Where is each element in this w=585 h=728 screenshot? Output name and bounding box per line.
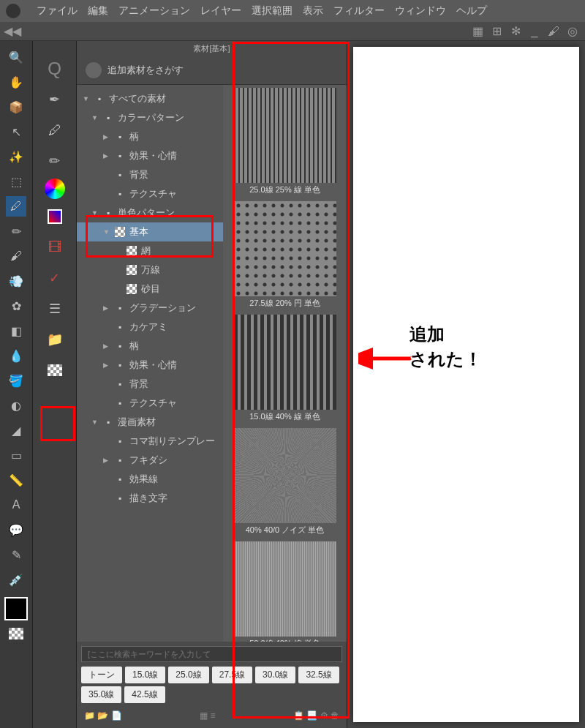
select-tool[interactable]: ↖ [6,121,26,142]
align-icon[interactable]: ⎯ [528,25,541,38]
check-icon[interactable]: ✓ [42,265,68,291]
ruler-tool[interactable]: 📏 [6,470,26,490]
tree-item[interactable]: ▪カケアミ [77,318,223,337]
option-icon[interactable]: ⊞ [490,25,503,38]
menu-animation[interactable]: アニメーション [118,4,190,18]
correct-tool[interactable]: ✎ [6,544,26,565]
tree-item[interactable]: 万線 [77,260,223,279]
tag[interactable]: 30.0線 [255,667,295,683]
marquee-tool[interactable]: ⬚ [6,171,26,192]
tag[interactable]: トーン [81,667,122,683]
view-mode-icon[interactable]: ▦ ≡ [200,710,215,721]
tree-item[interactable]: ▼▪単色パターン [77,203,223,222]
tree-item[interactable]: ▶▪柄 [77,127,223,146]
color-wheel-icon[interactable] [45,179,65,199]
sub-pen-icon[interactable]: ✒ [42,86,68,113]
list-action-icon[interactable]: 📋 📃 ⚙ 🗑 [293,710,339,721]
frame-tool[interactable]: ▭ [6,445,26,465]
sub-marker-icon[interactable]: ✏ [42,148,68,174]
shape-tool[interactable]: ◢ [6,420,26,440]
film-icon[interactable]: 🎞 [42,234,68,260]
tree-item[interactable]: ▶▪フキダシ [77,451,223,470]
material-folder-icon[interactable] [42,357,68,383]
thumbnail-item[interactable]: 27.5線 20% 円 単色 [234,201,336,309]
search-bar[interactable]: 追加素材をさがす [77,56,347,85]
tree-item[interactable]: ▼▪カラーパターン [77,108,223,127]
tag[interactable]: 35.0線 [81,686,121,703]
tree-item[interactable]: ▪コマ割りテンプレー [77,432,223,451]
thumbnail-item[interactable]: 50.0線 40% 線 単色 [234,541,336,642]
loading-icon[interactable]: ✻ [509,25,522,38]
tree-item[interactable]: ▶▪効果・心情 [77,356,223,375]
gradient-tool[interactable]: ◐ [6,395,26,416]
tag[interactable]: 27.5線 [212,667,252,683]
tag[interactable]: 42.5線 [124,686,165,703]
sub-brush-icon[interactable]: 🖊 [42,117,68,143]
folder-icon[interactable]: 📁 [42,326,68,353]
tree-item[interactable]: ▪描き文字 [77,489,223,508]
3d-tool[interactable]: 📦 [6,97,26,117]
tree-item[interactable]: 砂目 [77,279,223,299]
fill-tool[interactable]: 🪣 [6,370,26,391]
tree-item[interactable]: ▼▪漫画素材 [77,413,223,432]
transparent-color[interactable] [9,628,23,639]
target-icon[interactable]: ◎ [566,25,579,38]
materials-panel: 素材[基本] 追加素材をさがす ▼▪すべての素材▼▪カラーパターン▶▪柄▶▪効果… [77,41,347,728]
foreground-color[interactable] [4,597,28,620]
menu-help[interactable]: ヘルプ [456,4,487,18]
tree-item[interactable]: ▼基本 [77,222,223,241]
folder-action-icon[interactable]: 📁 📂 📄 [84,710,122,721]
zoom-tool[interactable]: 🔍 [6,47,26,67]
tree-item[interactable]: 網 [77,241,223,260]
thumbnail-item[interactable]: 40% 40/0 ノイズ 単色 [234,428,336,536]
menu-file[interactable]: ファイル [37,4,78,18]
menu-filter[interactable]: フィルター [333,4,385,18]
tool-palette: 🔍 ✋ 📦 ↖ ✨ ⬚ 🖊 ✏ 🖌 💨 ✿ ◧ 💧 🪣 ◐ ◢ ▭ 📏 A 💬 … [0,41,33,728]
tag[interactable]: 15.0線 [125,667,165,683]
tree-item[interactable]: ▶▪柄 [77,337,223,356]
tag-list: トーン15.0線25.0線27.5線30.0線32.5線35.0線42.5線 [81,667,342,703]
tree-item[interactable]: ▼▪すべての素材 [77,89,223,108]
pen-tool[interactable]: 🖊 [6,196,26,217]
menu-edit[interactable]: 編集 [88,4,108,18]
pencil-tool[interactable]: ✏ [6,221,26,241]
layers-icon[interactable]: ☰ [42,296,68,322]
tree-item[interactable]: ▶▪効果・心情 [77,146,223,165]
tag[interactable]: 32.5線 [298,667,339,683]
tag[interactable]: 25.0線 [168,667,208,683]
quick-access-icon[interactable]: Q [42,56,68,82]
wand-tool[interactable]: ✨ [6,146,26,167]
canvas[interactable] [353,47,579,722]
menu-layer[interactable]: レイヤー [200,4,241,18]
panel-title: 素材[基本] [77,41,347,56]
tree-item[interactable]: ▪テクスチャ [77,394,223,413]
brush-icon[interactable]: 🖌 [547,25,560,38]
tree-item[interactable]: ▶▪グラデーション [77,299,223,318]
thumbnail-item[interactable]: 25.0線 25% 線 単色 [234,88,336,195]
tree-item[interactable]: ▪背景 [77,375,223,394]
app-logo-icon[interactable] [6,4,20,18]
annotation-text: 追加 された！ [410,322,482,371]
search-input[interactable] [81,646,342,662]
airbrush-tool[interactable]: 💨 [6,271,26,291]
menu-view[interactable]: 表示 [303,4,323,18]
eyedrop-tool[interactable]: 💉 [6,569,26,590]
balloon-tool[interactable]: 💬 [6,519,26,540]
collapse-icon[interactable]: ◀◀ [6,25,19,38]
eraser-tool[interactable]: ◧ [6,320,26,341]
menu-selection[interactable]: 選択範囲 [252,4,292,18]
tree-item[interactable]: ▪効果線 [77,470,223,489]
brush-tool[interactable]: 🖌 [6,246,26,266]
tree-item[interactable]: ▪テクスチャ [77,184,223,203]
tree-item[interactable]: ▪背景 [77,165,223,184]
grid-icon[interactable]: ▦ [471,25,484,38]
blend-tool[interactable]: 💧 [6,345,26,366]
move-tool[interactable]: ✋ [6,72,26,92]
material-tree: ▼▪すべての素材▼▪カラーパターン▶▪柄▶▪効果・心情▪背景▪テクスチャ▼▪単色… [77,85,223,642]
color-set-icon[interactable] [42,203,68,230]
thumbnail-item[interactable]: 15.0線 40% 線 単色 [234,315,336,422]
deco-tool[interactable]: ✿ [6,296,26,316]
panel-footer: トーン15.0線25.0線27.5線30.0線32.5線35.0線42.5線 📁… [77,642,347,728]
text-tool[interactable]: A [6,495,26,515]
menu-window[interactable]: ウィンドウ [395,4,446,18]
